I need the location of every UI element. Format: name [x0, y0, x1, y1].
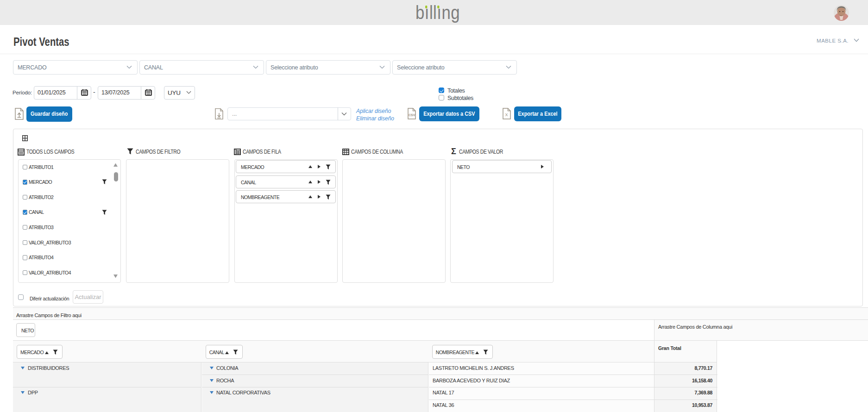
svg-text:CSV: CSV [409, 113, 415, 117]
svg-text:X: X [505, 112, 508, 117]
